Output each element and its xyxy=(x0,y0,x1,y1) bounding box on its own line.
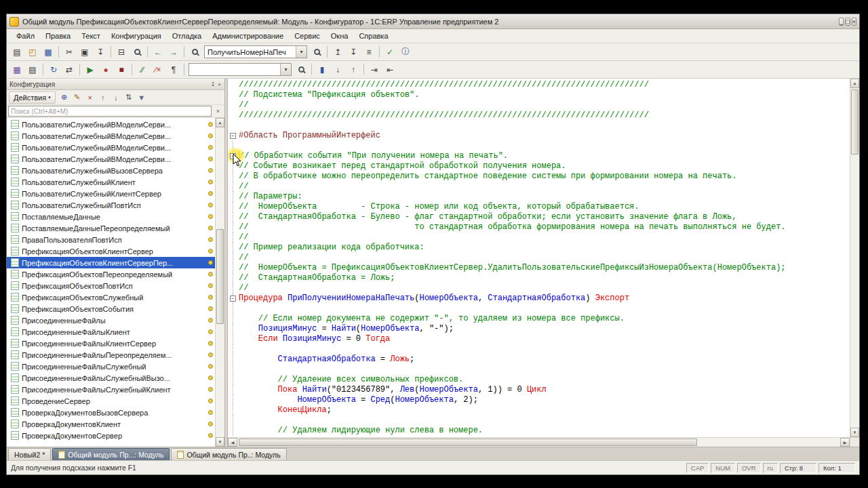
cut-button[interactable]: ✂ xyxy=(62,45,77,59)
module-tree[interactable]: ПользователиСлужебныйВМоделиСерви...Поль… xyxy=(7,118,215,447)
document-tab[interactable]: Общий модуль Пр..: Модуль xyxy=(171,448,286,460)
start-debugging-button[interactable]: ▶ xyxy=(83,62,98,77)
tree-item[interactable]: ПрисоединенныеФайлыКлиент xyxy=(7,326,215,338)
action-delete-button[interactable]: × xyxy=(84,92,96,104)
tree-item[interactable]: ПользователиСлужебныйКлиент xyxy=(7,176,215,188)
compare-configurations-button[interactable]: ⇄ xyxy=(62,62,77,77)
copy-button[interactable]: ▣ xyxy=(77,45,92,59)
print-button[interactable]: ⊟ xyxy=(114,45,129,59)
previous-procedure-button[interactable]: ↥ xyxy=(330,45,345,59)
find-button[interactable] xyxy=(187,45,202,59)
tree-item[interactable]: ПроведениеСервер xyxy=(7,395,215,407)
chevron-down-icon[interactable]: ▾ xyxy=(296,46,307,58)
tree-item[interactable]: ПраваПользователяПовтИсп xyxy=(7,234,215,245)
tree-item[interactable]: ПрисоединенныеФайлы xyxy=(7,314,215,326)
paste-button[interactable]: ↧ xyxy=(93,45,108,59)
tree-scrollbar[interactable]: ▲ ▼ xyxy=(215,118,224,447)
breakpoint-button[interactable]: ● xyxy=(98,62,113,77)
navigate-back-button[interactable]: ← xyxy=(151,45,165,59)
tree-item[interactable]: ПрефиксацияОбъектовКлиентСервер xyxy=(7,245,215,257)
document-tab[interactable]: Новый2 * xyxy=(8,448,51,460)
tree-item[interactable]: ПользователиСлужебныйВызовСервера xyxy=(7,165,215,176)
tree-item[interactable]: ПрефиксацияОбъектовПереопределяемый xyxy=(7,268,215,280)
tree-search-input[interactable] xyxy=(8,106,212,117)
procedures-list-button[interactable]: ≡ xyxy=(361,45,376,59)
title-bar[interactable]: Общий модуль ПрефиксацияОбъектовКлиентСе… xyxy=(7,14,859,29)
chevron-down-icon[interactable]: ▾ xyxy=(280,64,291,75)
action-filter-button[interactable]: ▼ xyxy=(136,92,148,104)
toggle-bookmark-button[interactable]: ▮ xyxy=(315,62,330,77)
tree-item[interactable]: ПоставляемыеДанные xyxy=(7,211,215,222)
open-configuration-button[interactable]: ▦ xyxy=(9,62,24,77)
maximize-button[interactable]: □ xyxy=(845,18,850,26)
code-editor[interactable]: ////////////////////////////////////////… xyxy=(228,79,850,437)
tree-item[interactable]: ПрисоединенныеФайлыПереопределяем... xyxy=(7,349,215,361)
scroll-down-button[interactable]: ▼ xyxy=(850,428,859,437)
procedure-search-combo[interactable]: ПолучитьНомерНаПеч▾ xyxy=(204,45,307,58)
open-file-button[interactable]: ◰ xyxy=(25,45,40,59)
new-file-button[interactable]: ▤ xyxy=(9,45,24,59)
tree-item[interactable]: ПроверкаДокументовВызовСервера xyxy=(7,407,215,418)
previous-bookmark-button[interactable]: ↑ xyxy=(346,62,361,77)
uncomment-block-button[interactable]: ∕× xyxy=(151,62,165,77)
menu-service[interactable]: Сервис xyxy=(289,30,326,42)
help-info-button[interactable]: ⓘ xyxy=(398,45,413,59)
tree-item[interactable]: ПользователиСлужебныйПовтИсп xyxy=(7,199,215,211)
tree-item[interactable]: ПрефиксацияОбъектовКлиентСерверПер... xyxy=(7,257,215,268)
tree-item[interactable]: ПрефиксацияОбъектовСобытия xyxy=(7,303,215,314)
print-preview-button[interactable] xyxy=(130,45,144,59)
tree-item[interactable]: ПрисоединенныеФайлыСлужебный xyxy=(7,361,215,372)
fold-toggle[interactable]: − xyxy=(230,296,236,302)
scroll-right-button[interactable]: ▶ xyxy=(840,438,850,447)
action-sort-button[interactable]: ⇅ xyxy=(123,92,135,104)
next-procedure-button[interactable]: ↧ xyxy=(346,45,361,59)
indent-increase-button[interactable]: ⇥ xyxy=(367,62,382,77)
tree-item[interactable]: ПользователиСлужебныйВМоделиСерви... xyxy=(7,130,215,142)
scrollbar-track[interactable] xyxy=(216,127,224,437)
save-file-button[interactable]: ▦ xyxy=(41,45,56,59)
menu-text[interactable]: Текст xyxy=(76,30,106,42)
pin-panel-button[interactable]: ↧ xyxy=(210,81,216,88)
menu-debug[interactable]: Отладка xyxy=(167,30,207,42)
action-edit-button[interactable]: ✎ xyxy=(71,92,83,104)
menu-configuration[interactable]: Конфигурация xyxy=(106,30,167,42)
action-add-button[interactable]: ⊕ xyxy=(58,92,71,104)
format-block-button[interactable]: ¶ xyxy=(166,62,181,77)
tree-item[interactable]: ПроверкаДокументовКлиент xyxy=(7,418,215,430)
tree-item[interactable]: ПрефиксацияОбъектовПовтИсп xyxy=(7,280,215,291)
scroll-left-button[interactable]: ◀ xyxy=(228,438,237,447)
indent-decrease-button[interactable]: ⇤ xyxy=(382,62,397,77)
document-tab[interactable]: Общий модуль Пр...: Модуль xyxy=(52,448,170,460)
scroll-down-button[interactable]: ▼ xyxy=(216,437,224,447)
search-clear-button[interactable]: × xyxy=(213,106,223,117)
tree-item[interactable]: ПроверкаДокументовСервер xyxy=(7,430,215,441)
minimize-button[interactable]: _ xyxy=(839,18,844,26)
scrollbar-thumb[interactable] xyxy=(216,229,224,324)
scroll-up-button[interactable]: ▲ xyxy=(216,118,224,127)
tree-item[interactable]: ПользователиСлужебныйКлиентСервер xyxy=(7,188,215,199)
navigate-forward-button[interactable]: → xyxy=(166,45,181,59)
syntax-check-button[interactable]: ✓ xyxy=(382,45,397,59)
scrollbar-thumb[interactable] xyxy=(851,89,859,155)
scrollbar-thumb[interactable] xyxy=(239,439,697,446)
find-next-button[interactable] xyxy=(309,45,324,59)
tree-item[interactable]: ПользователиСлужебныйВМоделиСерви... xyxy=(7,119,215,130)
tree-item[interactable]: ПоставляемыеДанныеПереопределяемый xyxy=(7,222,215,234)
menu-file[interactable]: Файл xyxy=(11,30,40,42)
editor-scrollbar-vertical[interactable]: ▲ ▼ xyxy=(850,79,859,437)
stop-debugging-button[interactable]: ■ xyxy=(114,62,129,77)
comment-block-button[interactable]: ∕∕ xyxy=(135,62,150,77)
action-move-down-button[interactable]: ↓ xyxy=(110,92,122,104)
menu-windows[interactable]: Окна xyxy=(326,30,354,42)
tree-item[interactable]: ПрисоединенныеФайлыСлужебныйКлиент xyxy=(7,384,215,395)
menu-administration[interactable]: Администрирование xyxy=(207,30,289,42)
tree-item[interactable]: ПользователиСлужебныйВМоделиСерви... xyxy=(7,142,215,153)
update-db-configuration-button[interactable]: ↻ xyxy=(46,62,61,77)
configuration-objects-button[interactable]: ▤ xyxy=(25,62,40,77)
scroll-up-button[interactable]: ▲ xyxy=(850,79,859,88)
menu-edit[interactable]: Правка xyxy=(40,30,76,42)
tree-item[interactable]: ПользователиСлужебныйВМоделиСерви... xyxy=(7,153,215,165)
goto-procedure-combo[interactable]: ▾ xyxy=(189,63,292,76)
close-button[interactable]: × xyxy=(852,18,856,26)
find-procedure-button[interactable] xyxy=(294,62,309,77)
